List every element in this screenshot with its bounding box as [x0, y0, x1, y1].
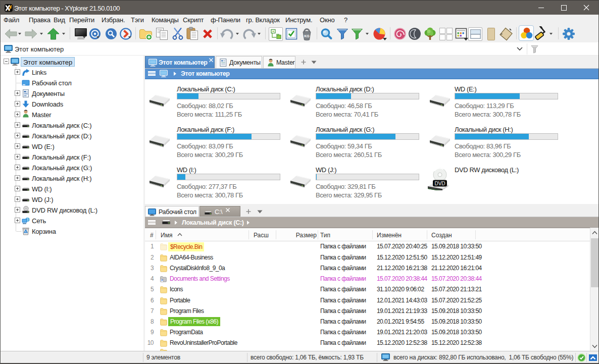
svg-text:KG: KG — [304, 34, 310, 38]
svg-text:DVD: DVD — [434, 180, 445, 186]
